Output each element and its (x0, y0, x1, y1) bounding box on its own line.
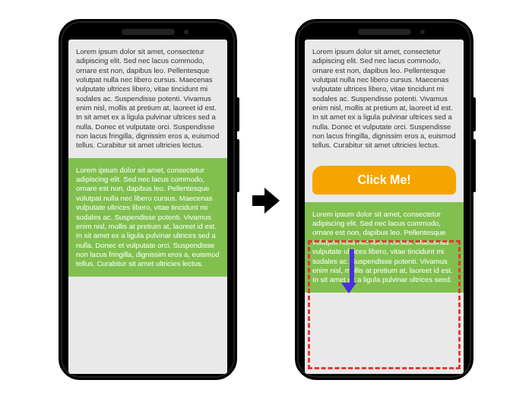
volume-button-icon (473, 139, 476, 192)
content-bottom: Lorem ipsum dolor sit amet, consectetur … (305, 202, 464, 293)
power-button-icon (473, 97, 476, 131)
screen-before: Lorem ipsum dolor sit amet, consectetur … (68, 40, 227, 374)
power-button-icon (236, 97, 239, 131)
speaker-notch-icon (122, 29, 175, 35)
content-top: Lorem ipsum dolor sit amet, consectetur … (68, 40, 227, 158)
content-top: Lorem ipsum dolor sit amet, consectetur … (305, 40, 464, 158)
screen-after: Lorem ipsum dolor sit amet, consectetur … (305, 40, 464, 374)
transition-arrow-icon (252, 186, 280, 214)
volume-button-icon (236, 139, 239, 192)
content-bottom: Lorem ipsum dolor sit amet, consectetur … (68, 158, 227, 277)
click-me-button[interactable]: Click Me! (312, 166, 456, 195)
speaker-notch-icon (358, 29, 411, 35)
phone-after: Lorem ipsum dolor sit amet, consectetur … (295, 19, 473, 380)
phone-before: Lorem ipsum dolor sit amet, consectetur … (59, 19, 237, 380)
